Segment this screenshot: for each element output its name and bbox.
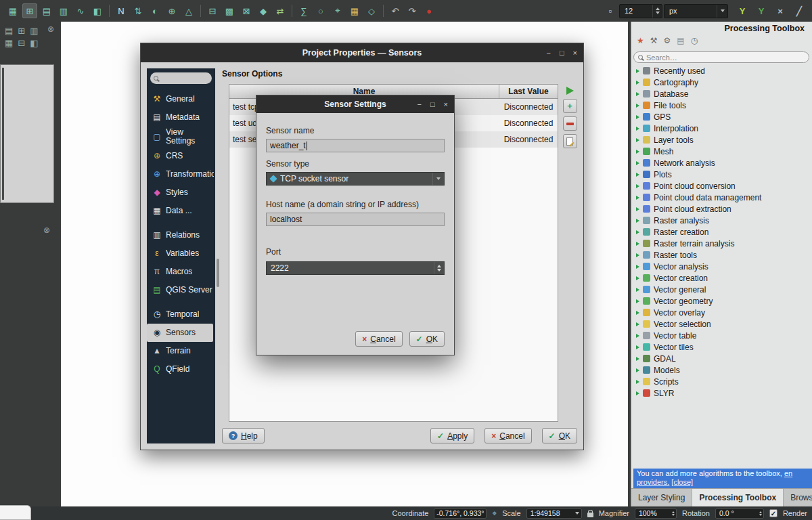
- extent-box-icon[interactable]: ▫: [603, 3, 618, 18]
- history-clock-icon[interactable]: ◷: [691, 36, 698, 45]
- dialog-titlebar[interactable]: Sensor Settings − □ ×: [256, 95, 454, 113]
- clear-icon[interactable]: ×: [773, 3, 788, 18]
- rows-tool-icon[interactable]: ▥: [56, 3, 71, 18]
- tab-browser[interactable]: Browser: [784, 489, 812, 506]
- add-panel-icon[interactable]: ⊞: [18, 26, 25, 36]
- expand-arrow-icon[interactable]: [636, 138, 639, 142]
- north-arrow-icon[interactable]: N: [114, 3, 129, 18]
- toolbox-group[interactable]: Vector selection: [631, 318, 812, 330]
- expand-arrow-icon[interactable]: [636, 357, 639, 361]
- minimize-button[interactable]: −: [417, 100, 421, 108]
- toolbar-tool-icon[interactable]: [200, 5, 201, 17]
- remove-tool-icon[interactable]: ⊟: [205, 3, 220, 18]
- toolbox-group[interactable]: Raster creation: [631, 226, 812, 238]
- toolbox-group[interactable]: Plots: [631, 169, 812, 180]
- close-panel-icon[interactable]: ⊗: [43, 225, 50, 235]
- connect-sensor-button[interactable]: [566, 87, 574, 95]
- expand-arrow-icon[interactable]: [636, 196, 639, 200]
- unit-combobox[interactable]: px: [664, 4, 728, 18]
- toolbox-group[interactable]: Layer tools: [631, 134, 812, 146]
- sidebar-item-terrain[interactable]: ▲ Terrain: [147, 342, 215, 360]
- sidebar-item-crs[interactable]: ⊕ CRS: [147, 147, 215, 165]
- swap-tool-icon[interactable]: ⇄: [273, 3, 288, 18]
- expand-arrow-icon[interactable]: [636, 150, 639, 154]
- expand-arrow-icon[interactable]: [636, 92, 639, 96]
- expand-arrow-icon[interactable]: [636, 127, 639, 131]
- sidebar-item-qfield[interactable]: Q QField: [147, 360, 215, 378]
- sensor-type-combobox[interactable]: TCP socket sensor: [266, 172, 445, 186]
- hatch-tool-icon[interactable]: ▩: [222, 3, 237, 18]
- toolbox-group[interactable]: Interpolation: [631, 123, 812, 134]
- sum-tool-icon[interactable]: ∑: [296, 3, 311, 18]
- branch-light-icon[interactable]: Y: [735, 3, 750, 18]
- toolbox-group[interactable]: Vector geometry: [631, 295, 812, 307]
- host-name-input[interactable]: localhost: [266, 213, 445, 226]
- scale-combobox[interactable]: 1:949158: [526, 508, 582, 519]
- expand-arrow-icon[interactable]: [636, 69, 639, 73]
- expand-arrow-icon[interactable]: [636, 391, 639, 395]
- expand-arrow-icon[interactable]: [636, 288, 639, 292]
- expand-arrow-icon[interactable]: [636, 311, 639, 315]
- font-size-spinbox[interactable]: 12: [619, 4, 662, 18]
- map-tool-icon[interactable]: ▦: [5, 3, 20, 18]
- spin-arrows[interactable]: [434, 262, 444, 274]
- sort-tool-icon[interactable]: ⇅: [131, 3, 145, 18]
- tab-layer-styling[interactable]: Layer Styling: [631, 489, 692, 506]
- magnifier-spinbox[interactable]: 100%: [635, 508, 677, 519]
- close-notification-link[interactable]: [close]: [671, 478, 693, 486]
- expand-arrow-icon[interactable]: [636, 115, 639, 119]
- circle-tool-icon[interactable]: ○: [313, 3, 328, 18]
- toolbox-group[interactable]: Raster tools: [631, 249, 812, 261]
- coordinate-input[interactable]: -0.716°, 0.933°: [434, 508, 487, 519]
- tab-processing-toolbox[interactable]: Processing Toolbox: [692, 489, 784, 506]
- toolbox-search[interactable]: [633, 51, 809, 63]
- sidebar-item-relations[interactable]: ▥ Relations: [147, 226, 215, 244]
- toolbox-group[interactable]: Point cloud data management: [631, 192, 812, 203]
- expand-arrow-icon[interactable]: [636, 380, 639, 384]
- expand-arrow-icon[interactable]: [636, 207, 639, 211]
- toolbox-group[interactable]: SLYR: [631, 387, 812, 399]
- sensor-name-input[interactable]: weather_t: [266, 139, 445, 152]
- sidebar-item-temporal[interactable]: ◷ Temporal: [147, 305, 215, 324]
- ok-button[interactable]: ✓ OK: [542, 428, 577, 443]
- sidebar-search[interactable]: [150, 72, 212, 84]
- toolbox-group[interactable]: Point cloud conversion: [631, 180, 812, 192]
- toolbox-group[interactable]: Raster terrain analysis: [631, 238, 812, 249]
- settings-gear-icon[interactable]: ⚙: [664, 36, 671, 45]
- sidebar-item-general[interactable]: ⚒ General: [147, 90, 215, 108]
- toolbox-group[interactable]: Vector general: [631, 284, 812, 295]
- sidebar-item-styles[interactable]: ◆ Styles: [147, 183, 215, 202]
- toolbox-group[interactable]: Vector creation: [631, 272, 812, 284]
- render-checkbox[interactable]: [769, 509, 777, 517]
- maximize-button[interactable]: □: [560, 49, 564, 57]
- toolbar-tool-icon[interactable]: [109, 5, 110, 17]
- half-square-tool-icon[interactable]: ◧: [90, 3, 105, 18]
- expand-arrow-icon[interactable]: [636, 265, 639, 269]
- expand-arrow-icon[interactable]: [636, 345, 639, 349]
- pencil-slash-icon[interactable]: ╱: [792, 3, 807, 18]
- close-button[interactable]: ×: [573, 49, 577, 57]
- select-tool-icon[interactable]: ◇: [364, 3, 379, 18]
- expand-arrow-icon[interactable]: [636, 81, 639, 85]
- toolbox-group[interactable]: Network analysis: [631, 157, 812, 169]
- grid-panel-icon[interactable]: ▥: [30, 26, 38, 36]
- log-icon[interactable]: ▤: [677, 36, 684, 45]
- locator-corner-tab[interactable]: [0, 505, 31, 520]
- toolbox-group[interactable]: Cartography: [631, 77, 812, 88]
- table-tool-icon[interactable]: ▦: [347, 3, 362, 18]
- toolbox-group[interactable]: Database: [631, 88, 812, 100]
- spin-arrows[interactable]: [652, 5, 662, 18]
- column-header-last-value[interactable]: Last Value: [499, 85, 558, 98]
- toolbox-group[interactable]: Mesh: [631, 146, 812, 157]
- split-panel-icon[interactable]: ◧: [30, 38, 38, 48]
- triangle-tool-icon[interactable]: △: [181, 3, 196, 18]
- enable-providers-link[interactable]: en: [784, 469, 792, 477]
- expand-arrow-icon[interactable]: [636, 104, 639, 108]
- curve-tool-icon[interactable]: ∿: [73, 3, 88, 18]
- sidebar-item-data-sources[interactable]: ▦ Data ...: [147, 202, 215, 220]
- toolbox-group[interactable]: GDAL: [631, 353, 812, 364]
- panel-resize-handle[interactable]: [2, 68, 4, 200]
- sidebar-item-metadata[interactable]: ▤ Metadata: [147, 108, 215, 127]
- toolbox-group[interactable]: Raster analysis: [631, 215, 812, 226]
- toolbox-group[interactable]: Models: [631, 364, 812, 376]
